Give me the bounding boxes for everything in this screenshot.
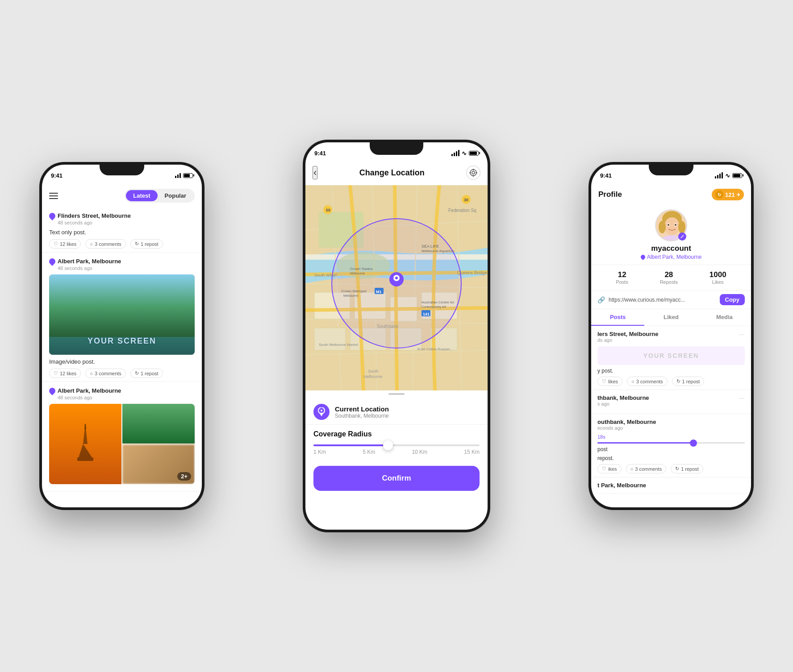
- left-time: 9:41: [51, 172, 63, 179]
- your-screen-label-right: YOUR SCREEN: [643, 352, 699, 359]
- svg-point-70: [678, 221, 685, 233]
- svg-rect-3: [84, 424, 86, 429]
- p-post-text-1: y post.: [597, 368, 745, 374]
- signal-bar-2: [177, 174, 179, 178]
- slider-wrap: [313, 444, 480, 446]
- left-phone-inner: 9:41: [42, 165, 202, 507]
- avatar-edit-badge[interactable]: [678, 232, 686, 241]
- scene: 9:41: [0, 0, 793, 672]
- stat-reposts: 28 Reposts: [660, 270, 678, 285]
- profile-post-header-1: lers Street, Melbourne ds ago ···: [597, 331, 745, 345]
- r-like-btn-3[interactable]: ♡ ikes: [597, 464, 622, 473]
- profile-post-header-3: outhbank, Melbourne econds ago: [597, 419, 745, 433]
- r-repost-btn-3[interactable]: ↻ 1 repost: [671, 464, 703, 473]
- p-post-loc-1: lers Street, Melbourne: [597, 331, 659, 337]
- r-likes-1: likes: [608, 379, 618, 384]
- r-signal-bar-1: [715, 176, 716, 178]
- center-phone-outer: 9:41 ∿: [303, 140, 490, 532]
- center-signal-bar-3: [456, 151, 457, 156]
- right-phone: 9:41 ∿: [588, 162, 754, 510]
- svg-text:141: 141: [423, 312, 430, 316]
- right-time: 9:41: [600, 172, 612, 179]
- r-comments-1: 3 comments: [636, 379, 663, 384]
- three-dots-2[interactable]: ···: [739, 394, 745, 402]
- stats-row: 12 Posts 28 Reposts 1000 Likes: [591, 265, 751, 290]
- tab-posts[interactable]: Posts: [591, 309, 644, 326]
- right-notch: [649, 165, 693, 175]
- tab-popular[interactable]: Popular: [158, 190, 193, 201]
- center-signal-bar-4: [458, 150, 459, 156]
- username: myaccount: [651, 244, 691, 253]
- p-post-repost-3: repost.: [597, 455, 745, 461]
- r-repost-icon-3: ↻: [675, 466, 679, 472]
- right-wifi-icon: ∿: [725, 172, 730, 179]
- slider-fill: [313, 444, 388, 446]
- comment-icon-2: ○: [90, 371, 93, 376]
- r-repost-btn-1[interactable]: ↻ 1 repost: [672, 377, 705, 386]
- post-loc-name-2: Albert Park, Melbourne: [58, 258, 121, 265]
- profile-post-1: lers Street, Melbourne ds ago ··· YOUR S…: [591, 326, 751, 390]
- back-button[interactable]: ‹: [313, 166, 317, 179]
- current-location-label: Current Location: [335, 405, 389, 413]
- current-location-info: Current Location Southbank, Melbourne: [305, 398, 488, 425]
- profile-loc-dot: [640, 254, 646, 260]
- stat-posts: 12 Posts: [616, 270, 628, 285]
- map-svg: Federation Sq Queens Bridge St SEA LIFE …: [305, 185, 488, 390]
- grid-cell-tower: [49, 404, 121, 484]
- comment-btn-1[interactable]: ○ 3 comments: [85, 239, 126, 249]
- tab-media[interactable]: Media: [698, 309, 751, 326]
- profile-post-header-2: thbank, Melbourne s ago ···: [597, 394, 745, 409]
- slider-label-1km: 1 Km: [313, 449, 326, 455]
- confirm-button[interactable]: Confirm: [313, 466, 480, 491]
- svg-text:Melbourne: Melbourne: [350, 272, 365, 275]
- svg-text:Federation Sq: Federation Sq: [448, 208, 476, 213]
- r-signal-bar-4: [722, 172, 723, 178]
- copy-button[interactable]: Copy: [720, 294, 745, 305]
- repost-btn-2[interactable]: ↻ 1 repost: [130, 369, 163, 378]
- right-slider[interactable]: [597, 442, 745, 444]
- repost-btn-1[interactable]: ↻ 1 repost: [130, 239, 163, 249]
- comment-btn-2[interactable]: ○ 3 comments: [85, 369, 126, 378]
- coverage-section: Coverage Radius 1 Km 5 Km 10 Km 15 Km: [305, 425, 488, 460]
- svg-point-74: [675, 224, 676, 226]
- stat-reposts-num: 28: [660, 270, 678, 279]
- url-row: 🔗 https://www.curious.me/myacc... Copy: [591, 290, 751, 309]
- post-location-3: Albert Park, Melbourne: [49, 387, 195, 394]
- p-post-time-1: ds ago: [597, 337, 659, 343]
- grid-overlay: 2+: [177, 472, 191, 481]
- location-target-button[interactable]: [466, 166, 480, 180]
- r-comment-icon-3: ○: [630, 466, 634, 472]
- coins-badge[interactable]: ↻ 121 +: [712, 189, 744, 200]
- three-dots-1[interactable]: ···: [739, 331, 745, 339]
- left-phone-outer: 9:41: [39, 162, 205, 510]
- slider-labels: 1 Km 5 Km 10 Km 15 Km: [313, 449, 480, 455]
- p-post-time-2: s ago: [597, 401, 649, 407]
- map-container[interactable]: Federation Sq Queens Bridge St SEA LIFE …: [305, 185, 488, 390]
- center-notch: [370, 142, 423, 155]
- post-image-grid: 2+: [49, 404, 195, 484]
- stat-likes-label: Likes: [710, 279, 726, 285]
- r-time-label: 18s: [597, 434, 745, 440]
- hamburger-menu[interactable]: [49, 193, 58, 199]
- slider-thumb[interactable]: [383, 440, 393, 450]
- tab-latest[interactable]: Latest: [126, 190, 157, 201]
- like-btn-1[interactable]: ♡ 12 likes: [49, 239, 81, 249]
- r-like-btn-1[interactable]: ♡ likes: [597, 377, 622, 386]
- p-post-info-2: thbank, Melbourne s ago: [597, 394, 649, 409]
- svg-text:55: 55: [326, 208, 330, 212]
- profile-location: Albert Park, Melbourne: [641, 254, 702, 260]
- tower-icon: [72, 422, 99, 466]
- r-slider-thumb[interactable]: [690, 440, 697, 447]
- tab-liked[interactable]: Liked: [644, 309, 697, 326]
- like-btn-2[interactable]: ♡ 12 likes: [49, 369, 81, 378]
- stat-likes: 1000 Likes: [710, 270, 726, 285]
- svg-text:Crown Towers: Crown Towers: [350, 267, 373, 271]
- svg-rect-2: [77, 457, 93, 461]
- post-loc-name-1: Flinders Street, Melbourne: [58, 212, 131, 219]
- svg-text:Southbank: Southbank: [377, 324, 399, 329]
- svg-text:M1: M1: [376, 290, 382, 294]
- svg-point-4: [470, 170, 476, 176]
- r-comment-btn-3[interactable]: ○ 3 comments: [626, 464, 667, 473]
- left-phone: 9:41: [39, 162, 205, 510]
- r-comment-btn-1[interactable]: ○ 3 comments: [627, 377, 668, 386]
